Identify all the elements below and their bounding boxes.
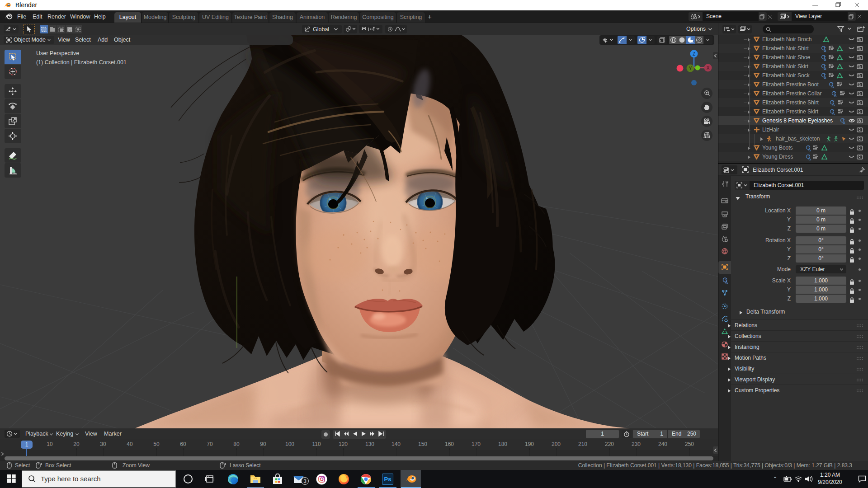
svg-text:Z: Z	[693, 52, 695, 56]
svg-text:X: X	[707, 66, 710, 70]
svg-text:Y: Y	[689, 66, 692, 71]
